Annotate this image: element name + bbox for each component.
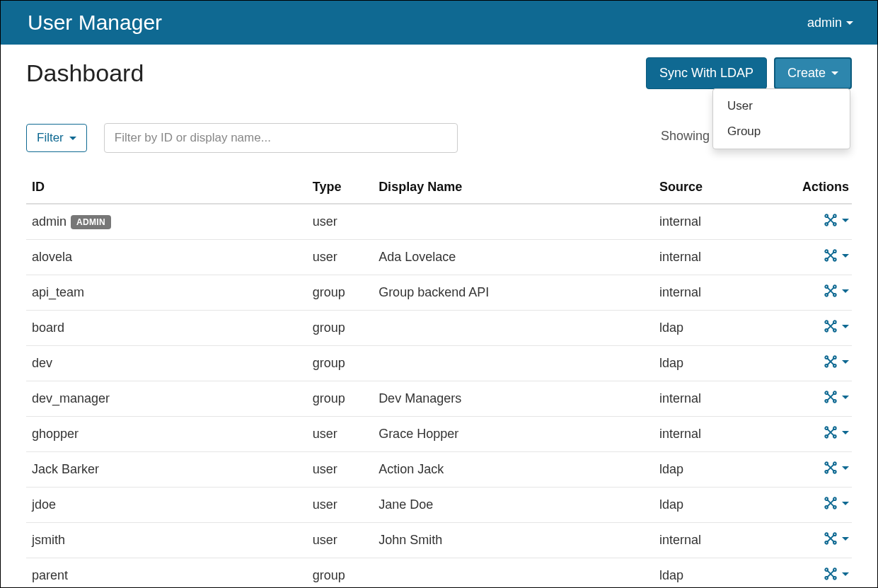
svg-point-39 (833, 427, 836, 430)
table-row: devgroupldap (26, 346, 852, 381)
table-row: dev_managergroupDev Managersinternal (26, 381, 852, 417)
filter-dropdown-button[interactable]: Filter (26, 124, 87, 152)
row-actions-dropdown[interactable] (824, 390, 849, 404)
sync-ldap-button[interactable]: Sync With LDAP (646, 57, 767, 89)
cell-actions (786, 523, 852, 558)
svg-point-46 (825, 471, 828, 473)
cell-display-name (373, 204, 654, 240)
cell-id: dev (26, 346, 307, 381)
svg-point-4 (825, 223, 828, 226)
cell-display-name: Action Jack (373, 452, 654, 488)
cell-id: jdoe (26, 488, 307, 523)
cell-display-name: Jane Doe (373, 488, 654, 523)
cell-type: user (307, 523, 373, 558)
col-type[interactable]: Type (307, 173, 373, 204)
tools-icon (824, 354, 838, 369)
cell-type: group (307, 311, 373, 346)
row-actions-dropdown[interactable] (824, 531, 849, 546)
tools-icon (824, 319, 838, 333)
col-id[interactable]: ID (26, 173, 307, 204)
tools-icon (824, 461, 838, 475)
cell-source: internal (654, 523, 786, 558)
caret-down-icon (846, 21, 853, 25)
cell-display-name (373, 346, 654, 381)
svg-point-34 (825, 400, 828, 403)
svg-point-27 (833, 357, 836, 359)
cell-actions (786, 452, 852, 488)
svg-point-41 (833, 435, 836, 438)
cell-source: internal (654, 240, 786, 275)
row-actions-dropdown[interactable] (824, 354, 849, 369)
cell-id: Jack Barker (26, 452, 307, 488)
svg-point-33 (833, 392, 836, 395)
col-actions: Actions (786, 173, 852, 204)
caret-down-icon (842, 396, 849, 399)
col-display-name[interactable]: Display Name (373, 173, 654, 204)
caret-down-icon (842, 219, 849, 222)
row-id: dev_manager (32, 391, 110, 405)
caret-down-icon (842, 325, 849, 328)
row-actions-dropdown[interactable] (824, 425, 849, 439)
cell-type: user (307, 452, 373, 488)
svg-point-26 (825, 357, 828, 359)
svg-point-28 (825, 364, 828, 367)
svg-point-15 (833, 286, 836, 289)
svg-point-8 (825, 250, 828, 253)
row-actions-dropdown[interactable] (824, 248, 849, 263)
svg-point-29 (833, 364, 836, 367)
svg-point-62 (825, 569, 828, 572)
row-actions-dropdown[interactable] (824, 496, 849, 510)
filter-search-input[interactable] (104, 123, 458, 153)
cell-source: ldap (654, 311, 786, 346)
row-id: api_team (32, 285, 84, 299)
caret-down-icon (842, 360, 849, 364)
cell-source: ldap (654, 346, 786, 381)
cell-id: board (26, 311, 307, 346)
table-row: parentgroupldap (26, 558, 852, 588)
row-actions-dropdown[interactable] (824, 461, 849, 475)
table-row: jsmithuserJohn Smithinternal (26, 523, 852, 558)
cell-display-name (373, 558, 654, 588)
page-title: Dashboard (26, 59, 144, 87)
svg-point-47 (833, 471, 836, 473)
cell-source: internal (654, 417, 786, 452)
navbar: User Manager admin (1, 1, 877, 45)
cell-actions (786, 204, 852, 240)
col-source[interactable]: Source (654, 173, 786, 204)
row-actions-dropdown[interactable] (824, 319, 849, 333)
cell-type: user (307, 488, 373, 523)
row-id: alovela (32, 250, 72, 264)
svg-point-56 (825, 534, 828, 536)
cell-actions (786, 417, 852, 452)
cell-id: ghopper (26, 417, 307, 452)
cell-type: user (307, 417, 373, 452)
row-actions-dropdown[interactable] (824, 567, 849, 581)
cell-source: ldap (654, 488, 786, 523)
create-dropdown-menu: User Group (712, 88, 850, 149)
create-dropdown-button[interactable]: Create User Group (774, 57, 852, 89)
row-id: jsmith (32, 533, 65, 547)
caret-down-icon (842, 431, 849, 434)
svg-point-32 (825, 392, 828, 395)
app-brand[interactable]: User Manager (28, 11, 162, 35)
svg-point-59 (833, 541, 836, 544)
table-row: Jack BarkeruserAction Jackldap (26, 452, 852, 488)
cell-id: alovela (26, 240, 307, 275)
row-actions-dropdown[interactable] (824, 284, 849, 298)
user-menu-dropdown[interactable]: admin (807, 16, 853, 30)
svg-point-38 (825, 427, 828, 430)
svg-point-44 (825, 463, 828, 466)
caret-down-icon (842, 254, 849, 258)
svg-point-58 (825, 541, 828, 544)
cell-display-name: Ada Lovelace (373, 240, 654, 275)
cell-type: group (307, 558, 373, 588)
create-group-item[interactable]: Group (713, 119, 850, 144)
create-user-item[interactable]: User (713, 93, 850, 119)
svg-point-3 (833, 215, 836, 218)
svg-point-14 (825, 286, 828, 289)
svg-point-22 (825, 329, 828, 332)
row-actions-dropdown[interactable] (824, 213, 849, 227)
sync-ldap-label: Sync With LDAP (659, 64, 753, 82)
tools-icon (824, 496, 838, 510)
cell-id: adminADMIN (26, 204, 307, 240)
